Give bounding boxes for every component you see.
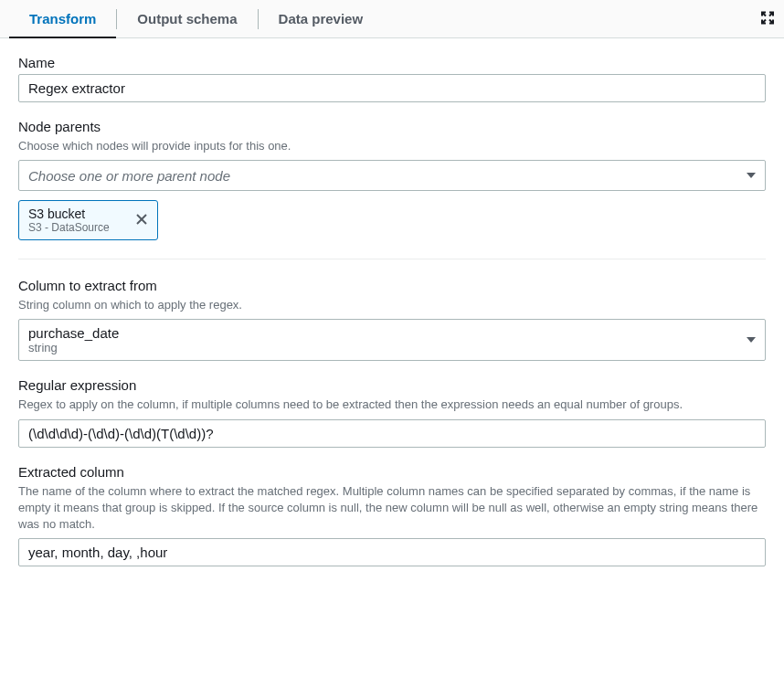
section-divider — [18, 259, 766, 259]
parent-chip: S3 bucket S3 - DataSource — [18, 200, 158, 240]
node-parents-label: Node parents — [18, 119, 766, 134]
extracted-label: Extracted column — [18, 464, 766, 480]
node-parents-group: Node parents Choose which nodes will pro… — [18, 119, 766, 240]
node-parents-placeholder: Choose one or more parent node — [28, 168, 230, 184]
expand-icon[interactable] — [760, 10, 775, 27]
column-type: string — [28, 341, 119, 354]
extracted-input[interactable] — [18, 538, 766, 566]
node-parents-helper: Choose which nodes will provide inputs f… — [18, 138, 766, 154]
tab-transform[interactable]: Transform — [9, 0, 116, 37]
column-group: Column to extract from String column on … — [18, 278, 766, 361]
parent-chip-title: S3 bucket — [28, 206, 110, 221]
name-group: Name — [18, 55, 766, 102]
close-icon[interactable] — [133, 211, 150, 230]
column-value: purchase_date — [28, 325, 119, 341]
column-label: Column to extract from — [18, 278, 766, 293]
regex-helper: Regex to apply on the column, if multipl… — [18, 397, 766, 413]
column-helper: String column on which to apply the rege… — [18, 297, 766, 313]
chevron-down-icon — [747, 173, 756, 178]
tab-data-preview[interactable]: Data preview — [259, 0, 384, 37]
tab-output-schema[interactable]: Output schema — [117, 0, 257, 37]
regex-input[interactable] — [18, 419, 766, 448]
parent-chip-subtitle: S3 - DataSource — [28, 221, 110, 234]
regex-group: Regular expression Regex to apply on the… — [18, 377, 766, 447]
parent-chip-text: S3 bucket S3 - DataSource — [28, 206, 110, 234]
chevron-down-icon — [747, 337, 756, 343]
extracted-group: Extracted column The name of the column … — [18, 464, 766, 567]
extracted-helper: The name of the column where to extract … — [18, 483, 766, 534]
name-input[interactable] — [18, 74, 766, 102]
name-label: Name — [18, 55, 766, 70]
form-content: Name Node parents Choose which nodes wil… — [0, 38, 784, 599]
regex-label: Regular expression — [18, 377, 766, 393]
tab-bar: Transform Output schema Data preview — [0, 0, 784, 38]
column-select[interactable]: purchase_date string — [18, 319, 766, 361]
node-parents-select[interactable]: Choose one or more parent node — [18, 160, 766, 191]
